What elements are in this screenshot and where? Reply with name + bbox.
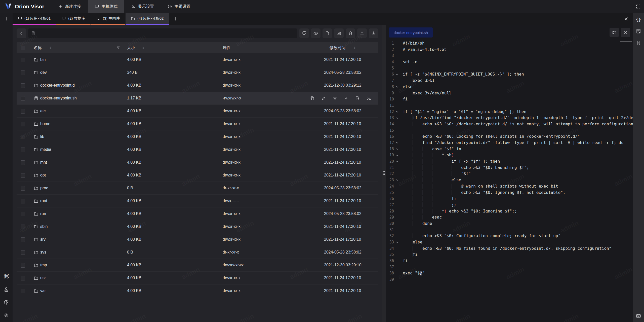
close-editor-button[interactable]	[621, 28, 630, 37]
file-name[interactable]: lib	[40, 130, 44, 143]
upload-button[interactable]	[357, 28, 367, 38]
file-name[interactable]: docker-entrypoint.d	[40, 79, 75, 92]
table-row[interactable]: bin4.00 KBdrwxr-xr-x2021-11-24 17:20:10	[17, 53, 378, 66]
row-checkbox[interactable]	[21, 276, 25, 280]
file-name[interactable]: home	[40, 118, 50, 130]
file-name[interactable]: run	[40, 207, 46, 220]
panel-splitter[interactable]	[382, 25, 386, 322]
file-name[interactable]: usr	[40, 272, 46, 284]
theme-palette-icon[interactable]	[4, 300, 9, 305]
select-all-checkbox[interactable]	[21, 46, 25, 50]
row-checkbox[interactable]	[21, 289, 25, 293]
table-row[interactable]: lib4.00 KBdrwxr-xr-x2021-11-24 17:20:10	[17, 130, 378, 143]
fold-chevron-icon[interactable]	[394, 146, 403, 152]
delete-button[interactable]	[346, 28, 355, 38]
fold-chevron-icon[interactable]	[394, 140, 403, 146]
display-settings-icon[interactable]	[4, 287, 9, 292]
table-row[interactable]: run4.00 KBdrwxr-xr-x2024-05-28 23:58:02	[17, 207, 378, 220]
table-row[interactable]: root4.00 KBdrwx------2021-11-24 17:20:10	[17, 195, 378, 207]
tab-database[interactable]: (2) 数据库	[56, 13, 91, 25]
fold-chevron-icon[interactable]	[394, 152, 403, 158]
table-row[interactable]: dev340 Bdrwxr-xr-x2024-05-28 23:58:02	[17, 66, 378, 79]
new-tab-plus-icon[interactable]	[4, 13, 9, 21]
col-size[interactable]: 大小	[127, 42, 135, 53]
row-checkbox[interactable]	[21, 250, 25, 255]
file-name[interactable]: docker-entrypoint.sh	[40, 92, 77, 104]
swap-vertical-icon[interactable]	[636, 40, 641, 46]
row-checkbox[interactable]	[21, 96, 25, 101]
table-row[interactable]: usr4.00 KBdrwxr-xr-x2021-11-24 17:20:10	[17, 272, 378, 284]
row-checkbox[interactable]	[21, 83, 25, 88]
copy-icon[interactable]	[310, 96, 315, 101]
menu-host-terminal[interactable]: 主机终端	[88, 0, 124, 13]
save-button[interactable]	[610, 28, 619, 37]
permission-icon[interactable]	[367, 96, 371, 101]
table-row[interactable]: media4.00 KBdrwxr-xr-x2021-11-24 17:20:1…	[17, 143, 378, 156]
menu-theme-settings[interactable]: 主题设置	[161, 0, 197, 13]
path-input[interactable]	[37, 31, 295, 36]
col-name[interactable]: 名称	[34, 42, 42, 53]
file-name[interactable]: bin	[40, 53, 46, 66]
variables-braces-icon[interactable]: {}	[636, 17, 641, 22]
file-name[interactable]: media	[40, 143, 51, 156]
fullscreen-icon[interactable]	[636, 4, 644, 9]
fold-chevron-icon[interactable]	[394, 71, 403, 78]
row-checkbox[interactable]	[21, 122, 25, 126]
fold-chevron-icon[interactable]	[394, 177, 403, 183]
file-name[interactable]: srv	[40, 233, 46, 246]
fold-chevron-icon[interactable]	[394, 239, 403, 245]
code-editor[interactable]: 1#!/bin/sh2# vim:sw=4:ts=4:et34set -e56i…	[386, 40, 633, 322]
back-button[interactable]	[17, 28, 26, 38]
doc-bookmark-icon[interactable]	[636, 28, 641, 34]
delete-icon[interactable]	[333, 96, 337, 101]
fold-chevron-icon[interactable]	[394, 158, 403, 165]
editor-file-tab[interactable]: docker-entrypoint.sh	[389, 27, 433, 38]
file-name[interactable]: var	[40, 284, 46, 297]
command-shortcut-icon[interactable]: ⌘	[3, 274, 10, 279]
table-row[interactable]: mnt4.00 KBdrwxr-xr-x2021-11-24 17:20:10	[17, 156, 378, 169]
file-name[interactable]: opt	[40, 169, 46, 182]
table-row[interactable]: var4.00 KBdrwxr-xr-x2021-11-24 17:20:10	[17, 284, 378, 297]
download-icon[interactable]	[344, 96, 349, 101]
row-checkbox[interactable]	[21, 173, 25, 178]
sort-caret-icon[interactable]	[141, 42, 145, 53]
row-checkbox[interactable]	[21, 212, 25, 216]
col-mtime[interactable]: 修改时间	[330, 42, 346, 53]
row-checkbox[interactable]	[21, 225, 25, 229]
table-row[interactable]: docker-entrypoint.d4.00 KBdrwxr-xr-x2021…	[17, 79, 378, 92]
row-checkbox[interactable]	[21, 160, 25, 165]
sort-caret-icon[interactable]	[49, 42, 52, 53]
row-checkbox[interactable]	[21, 109, 25, 114]
row-checkbox[interactable]	[21, 148, 25, 152]
tab-app-analysis-02[interactable]: (4) 应用-分析02	[126, 13, 169, 25]
row-checkbox[interactable]	[21, 70, 25, 75]
table-row[interactable]: opt4.00 KBdrwxr-xr-x2021-11-24 17:20:10	[17, 169, 378, 182]
table-row[interactable]: docker-entrypoint.sh1.17 KB-rwxrwxr-x	[17, 92, 378, 105]
table-row[interactable]: sbin4.00 KBdrwxr-xr-x2021-11-24 17:20:10	[17, 220, 378, 233]
file-name[interactable]: dev	[40, 66, 47, 79]
fold-chevron-icon[interactable]	[394, 84, 403, 90]
download-button[interactable]	[369, 28, 378, 38]
table-row[interactable]: proc0 Bdr-xr-xr-x2024-05-28 23:58:02	[17, 182, 378, 195]
file-name[interactable]: etc	[40, 105, 46, 117]
file-name[interactable]: root	[40, 195, 47, 207]
row-checkbox[interactable]	[21, 186, 25, 191]
row-checkbox[interactable]	[21, 199, 25, 203]
refresh-button[interactable]	[299, 28, 309, 38]
table-row[interactable]: sys0 Bdr-xr-xr-x2024-05-28 23:58:02	[17, 246, 378, 259]
file-name[interactable]: sbin	[40, 220, 48, 233]
screenshot-camera-icon[interactable]	[636, 313, 641, 318]
menu-display-settings[interactable]: 显示设置	[124, 0, 161, 13]
row-checkbox[interactable]	[21, 135, 25, 139]
move-icon[interactable]	[355, 96, 360, 101]
fold-chevron-icon[interactable]	[394, 109, 403, 115]
row-checkbox[interactable]	[21, 237, 25, 242]
file-name[interactable]: proc	[40, 182, 48, 194]
file-name[interactable]: tmp	[40, 259, 47, 271]
new-file-button[interactable]	[323, 28, 332, 38]
file-name[interactable]: mnt	[40, 156, 47, 169]
table-row[interactable]: srv4.00 KBdrwxr-xr-x2021-11-24 17:20:10	[17, 233, 378, 246]
tab-app-analysis-01[interactable]: (1) 应用-分析01	[13, 13, 56, 25]
add-tab-button[interactable]	[169, 13, 181, 25]
new-folder-button[interactable]	[334, 28, 344, 38]
